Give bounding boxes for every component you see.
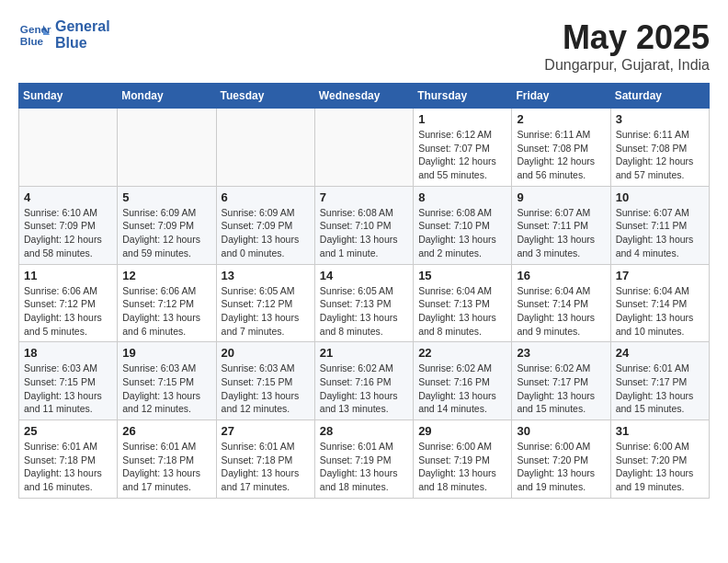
calendar-cell: 6Sunrise: 6:09 AM Sunset: 7:09 PM Daylig… [216, 186, 314, 264]
day-info: Sunrise: 6:04 AM Sunset: 7:14 PM Dayligh… [616, 284, 704, 339]
calendar-cell: 20Sunrise: 6:03 AM Sunset: 7:15 PM Dayli… [216, 342, 314, 420]
calendar-cell: 22Sunrise: 6:02 AM Sunset: 7:16 PM Dayli… [414, 342, 512, 420]
day-number: 2 [517, 112, 605, 126]
day-info: Sunrise: 6:02 AM Sunset: 7:16 PM Dayligh… [320, 362, 408, 416]
day-info: Sunrise: 6:02 AM Sunset: 7:17 PM Dayligh… [517, 362, 605, 416]
calendar-cell: 29Sunrise: 6:00 AM Sunset: 7:19 PM Dayli… [414, 420, 512, 499]
day-number: 29 [418, 424, 506, 438]
weekday-header-friday: Friday [512, 84, 610, 109]
day-number: 27 [222, 424, 310, 438]
logo-text-blue: Blue [55, 35, 110, 52]
calendar-cell: 5Sunrise: 6:09 AM Sunset: 7:09 PM Daylig… [118, 186, 216, 264]
day-info: Sunrise: 6:07 AM Sunset: 7:11 PM Dayligh… [616, 206, 704, 260]
day-info: Sunrise: 6:09 AM Sunset: 7:09 PM Dayligh… [122, 206, 210, 260]
day-info: Sunrise: 6:00 AM Sunset: 7:19 PM Dayligh… [418, 440, 506, 494]
day-number: 12 [122, 269, 210, 282]
day-number: 3 [616, 112, 704, 126]
day-info: Sunrise: 6:10 AM Sunset: 7:09 PM Dayligh… [24, 206, 112, 260]
day-info: Sunrise: 6:04 AM Sunset: 7:14 PM Dayligh… [517, 284, 605, 339]
day-info: Sunrise: 6:12 AM Sunset: 7:07 PM Dayligh… [418, 128, 506, 182]
calendar-cell: 19Sunrise: 6:03 AM Sunset: 7:15 PM Dayli… [118, 342, 216, 420]
weekday-header-monday: Monday [118, 84, 216, 109]
calendar-cell: 31Sunrise: 6:00 AM Sunset: 7:20 PM Dayli… [610, 420, 709, 499]
day-info: Sunrise: 6:04 AM Sunset: 7:13 PM Dayligh… [418, 284, 506, 339]
calendar-table: SundayMondayTuesdayWednesdayThursdayFrid… [18, 83, 710, 499]
day-number: 5 [122, 190, 210, 204]
day-info: Sunrise: 6:00 AM Sunset: 7:20 PM Dayligh… [616, 440, 704, 494]
day-number: 15 [418, 269, 506, 282]
calendar-cell: 28Sunrise: 6:01 AM Sunset: 7:19 PM Dayli… [314, 420, 413, 499]
weekday-header-tuesday: Tuesday [216, 84, 314, 109]
day-number: 10 [616, 190, 704, 204]
day-info: Sunrise: 6:03 AM Sunset: 7:15 PM Dayligh… [24, 362, 112, 416]
calendar-cell: 24Sunrise: 6:01 AM Sunset: 7:17 PM Dayli… [610, 342, 709, 420]
day-number: 18 [24, 346, 112, 360]
day-info: Sunrise: 6:01 AM Sunset: 7:17 PM Dayligh… [616, 362, 704, 416]
day-number: 26 [122, 424, 210, 438]
calendar-cell [118, 109, 216, 187]
calendar-cell: 18Sunrise: 6:03 AM Sunset: 7:15 PM Dayli… [19, 342, 118, 420]
logo-text-general: General [55, 18, 110, 35]
day-number: 17 [616, 269, 704, 282]
calendar-cell: 7Sunrise: 6:08 AM Sunset: 7:10 PM Daylig… [314, 186, 413, 264]
calendar-cell: 21Sunrise: 6:02 AM Sunset: 7:16 PM Dayli… [314, 342, 413, 420]
day-number: 9 [517, 190, 605, 204]
day-number: 31 [616, 424, 704, 438]
calendar-cell: 14Sunrise: 6:05 AM Sunset: 7:13 PM Dayli… [314, 264, 413, 342]
calendar-cell: 2Sunrise: 6:11 AM Sunset: 7:08 PM Daylig… [512, 109, 610, 187]
day-number: 28 [320, 424, 408, 438]
day-info: Sunrise: 6:01 AM Sunset: 7:18 PM Dayligh… [24, 440, 112, 494]
page-header: General Blue General Blue May 2025 Dunga… [18, 18, 710, 74]
calendar-cell: 9Sunrise: 6:07 AM Sunset: 7:11 PM Daylig… [512, 186, 610, 264]
day-info: Sunrise: 6:01 AM Sunset: 7:18 PM Dayligh… [222, 440, 310, 494]
day-number: 19 [122, 346, 210, 360]
title-block: May 2025 Dungarpur, Gujarat, India [544, 18, 710, 74]
day-info: Sunrise: 6:00 AM Sunset: 7:20 PM Dayligh… [517, 440, 605, 494]
day-number: 13 [222, 269, 310, 282]
calendar-cell: 10Sunrise: 6:07 AM Sunset: 7:11 PM Dayli… [610, 186, 709, 264]
calendar-week-row: 25Sunrise: 6:01 AM Sunset: 7:18 PM Dayli… [19, 420, 710, 499]
calendar-cell: 26Sunrise: 6:01 AM Sunset: 7:18 PM Dayli… [118, 420, 216, 499]
calendar-cell: 17Sunrise: 6:04 AM Sunset: 7:14 PM Dayli… [610, 264, 709, 342]
location-subtitle: Dungarpur, Gujarat, India [544, 57, 710, 74]
day-number: 22 [418, 346, 506, 360]
day-number: 16 [517, 269, 605, 282]
day-number: 14 [320, 269, 408, 282]
weekday-header-wednesday: Wednesday [314, 84, 413, 109]
day-number: 21 [320, 346, 408, 360]
day-info: Sunrise: 6:01 AM Sunset: 7:19 PM Dayligh… [320, 440, 408, 494]
day-number: 20 [222, 346, 310, 360]
day-number: 4 [24, 190, 112, 204]
calendar-cell: 13Sunrise: 6:05 AM Sunset: 7:12 PM Dayli… [216, 264, 314, 342]
day-info: Sunrise: 6:08 AM Sunset: 7:10 PM Dayligh… [418, 206, 506, 260]
calendar-cell: 27Sunrise: 6:01 AM Sunset: 7:18 PM Dayli… [216, 420, 314, 499]
weekday-header-saturday: Saturday [610, 84, 709, 109]
calendar-cell [314, 109, 413, 187]
day-info: Sunrise: 6:06 AM Sunset: 7:12 PM Dayligh… [122, 284, 210, 339]
day-number: 30 [517, 424, 605, 438]
weekday-header-thursday: Thursday [414, 84, 512, 109]
calendar-cell: 8Sunrise: 6:08 AM Sunset: 7:10 PM Daylig… [414, 186, 512, 264]
calendar-header-row: SundayMondayTuesdayWednesdayThursdayFrid… [19, 84, 710, 109]
day-number: 25 [24, 424, 112, 438]
calendar-cell: 4Sunrise: 6:10 AM Sunset: 7:09 PM Daylig… [19, 186, 118, 264]
day-info: Sunrise: 6:03 AM Sunset: 7:15 PM Dayligh… [122, 362, 210, 416]
svg-text:Blue: Blue [20, 35, 44, 47]
day-info: Sunrise: 6:11 AM Sunset: 7:08 PM Dayligh… [517, 128, 605, 182]
weekday-header-sunday: Sunday [19, 84, 118, 109]
calendar-cell [216, 109, 314, 187]
day-info: Sunrise: 6:05 AM Sunset: 7:12 PM Dayligh… [222, 284, 310, 339]
day-number: 7 [320, 190, 408, 204]
calendar-cell: 16Sunrise: 6:04 AM Sunset: 7:14 PM Dayli… [512, 264, 610, 342]
calendar-cell: 3Sunrise: 6:11 AM Sunset: 7:08 PM Daylig… [610, 109, 709, 187]
day-number: 6 [222, 190, 310, 204]
month-year-title: May 2025 [544, 18, 710, 57]
calendar-week-row: 4Sunrise: 6:10 AM Sunset: 7:09 PM Daylig… [19, 186, 710, 264]
day-info: Sunrise: 6:07 AM Sunset: 7:11 PM Dayligh… [517, 206, 605, 260]
calendar-cell: 15Sunrise: 6:04 AM Sunset: 7:13 PM Dayli… [414, 264, 512, 342]
logo: General Blue General Blue [18, 18, 110, 52]
day-info: Sunrise: 6:08 AM Sunset: 7:10 PM Dayligh… [320, 206, 408, 260]
calendar-cell: 11Sunrise: 6:06 AM Sunset: 7:12 PM Dayli… [19, 264, 118, 342]
calendar-cell: 1Sunrise: 6:12 AM Sunset: 7:07 PM Daylig… [414, 109, 512, 187]
calendar-week-row: 18Sunrise: 6:03 AM Sunset: 7:15 PM Dayli… [19, 342, 710, 420]
